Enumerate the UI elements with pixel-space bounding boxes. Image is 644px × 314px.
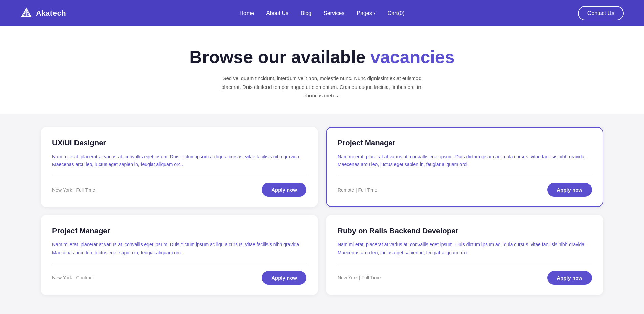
job-footer-3: New York | Contract Apply now <box>52 271 306 285</box>
job-meta-3: New York | Contract <box>52 275 94 280</box>
job-desc-3: Nam mi erat, placerat at varius at, conv… <box>52 241 306 257</box>
logo-icon <box>20 7 33 19</box>
apply-button-2[interactable]: Apply now <box>547 183 592 197</box>
job-footer-4: New York | Full Time Apply now <box>338 271 592 285</box>
navbar: Akatech Home About Us Blog Services Page… <box>0 0 644 26</box>
job-divider-3 <box>52 264 306 264</box>
job-meta-4: New York | Full Time <box>338 275 381 280</box>
job-divider-4 <box>338 264 592 264</box>
hero-subtitle: Sed vel quam tincidunt, interdum velit n… <box>214 74 430 100</box>
apply-button-4[interactable]: Apply now <box>547 271 592 285</box>
job-meta-2: Remote | Full Time <box>338 187 377 193</box>
jobs-section: UX/UI Designer Nam mi erat, placerat at … <box>0 114 644 314</box>
job-title-4: Ruby on Rails Backend Developer <box>338 227 592 235</box>
job-divider-2 <box>338 176 592 176</box>
job-card-1: UX/UI Designer Nam mi erat, placerat at … <box>41 127 318 207</box>
brand-name: Akatech <box>36 9 66 18</box>
nav-item-home[interactable]: Home <box>239 10 254 16</box>
job-title-1: UX/UI Designer <box>52 139 306 148</box>
job-card-2: Project Manager Nam mi erat, placerat at… <box>326 127 603 207</box>
nav-item-about[interactable]: About Us <box>266 10 288 16</box>
logo-area[interactable]: Akatech <box>20 7 66 19</box>
hero-section: Browse our available vacancies Sed vel q… <box>0 26 644 114</box>
job-footer-1: New York | Full Time Apply now <box>52 183 306 197</box>
jobs-grid: UX/UI Designer Nam mi erat, placerat at … <box>41 127 603 295</box>
hero-title: Browse our available vacancies <box>7 47 637 67</box>
nav-item-cart[interactable]: Cart(0) <box>388 10 405 16</box>
nav-item-pages[interactable]: Pages ▾ <box>357 10 375 16</box>
job-desc-1: Nam mi erat, placerat at varius at, conv… <box>52 153 306 169</box>
apply-button-3[interactable]: Apply now <box>262 271 306 285</box>
job-divider-1 <box>52 176 306 176</box>
job-title-3: Project Manager <box>52 227 306 235</box>
nav-links: Home About Us Blog Services Pages ▾ Cart… <box>239 10 404 16</box>
nav-item-blog[interactable]: Blog <box>301 10 312 16</box>
job-title-2: Project Manager <box>338 139 592 148</box>
job-desc-2: Nam mi erat, placerat at varius at, conv… <box>338 153 592 169</box>
job-desc-4: Nam mi erat, placerat at varius at, conv… <box>338 241 592 257</box>
nav-item-services[interactable]: Services <box>324 10 344 16</box>
job-meta-1: New York | Full Time <box>52 187 95 193</box>
chevron-down-icon: ▾ <box>373 11 375 16</box>
contact-us-button[interactable]: Contact Us <box>578 6 624 20</box>
job-card-3: Project Manager Nam mi erat, placerat at… <box>41 215 318 295</box>
apply-button-1[interactable]: Apply now <box>262 183 306 197</box>
job-footer-2: Remote | Full Time Apply now <box>338 183 592 197</box>
job-card-4: Ruby on Rails Backend Developer Nam mi e… <box>326 215 603 295</box>
